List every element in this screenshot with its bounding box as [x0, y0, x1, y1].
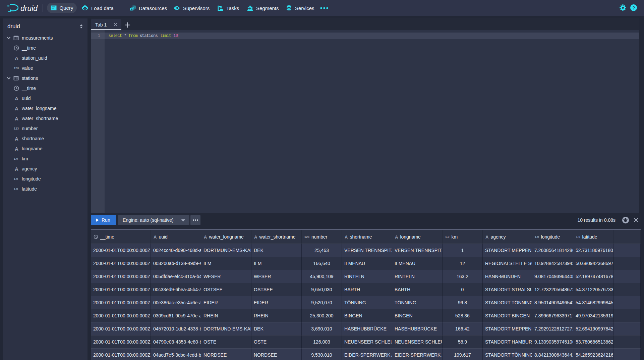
svg-text:?: ? — [632, 5, 635, 10]
